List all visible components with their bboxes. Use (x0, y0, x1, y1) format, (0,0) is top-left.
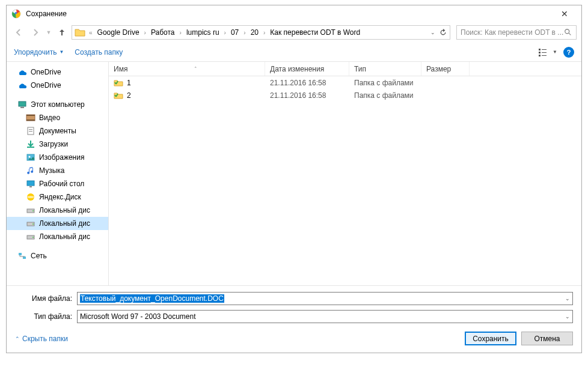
forward-button[interactable] (28, 25, 43, 40)
pics-icon (26, 153, 35, 162)
hide-folders-toggle[interactable]: ⌃Скрыть папки (15, 335, 68, 343)
navigation-tree[interactable]: OneDriveOneDriveЭтот компьютерВидеоДокум… (7, 62, 109, 285)
net-icon (17, 251, 27, 261)
filetype-dropdown-icon[interactable]: ⌄ (565, 314, 570, 320)
onedrive-icon (17, 67, 27, 77)
tree-item[interactable]: Изображения (7, 151, 108, 164)
tree-item[interactable]: Локальный дис (7, 230, 108, 243)
tree-item-label: Сеть (31, 252, 47, 260)
folder-icon (114, 91, 123, 100)
file-row[interactable]: 121.11.2016 16:58Папка с файлами (109, 76, 581, 89)
view-mode-button[interactable]: ▼ (538, 47, 557, 57)
svg-point-27 (32, 223, 34, 225)
tree-item[interactable]: Рабочий стол (7, 177, 108, 190)
tree-item[interactable]: Документы (7, 124, 108, 138)
col-type[interactable]: Тип (349, 62, 421, 76)
tree-item[interactable]: Яндекс.Диск (7, 190, 108, 204)
tree-item-label: Рабочий стол (39, 180, 84, 188)
filename-label: Имя файла: (15, 294, 72, 303)
folder-icon (114, 78, 123, 88)
svg-rect-15 (29, 129, 32, 130)
svg-rect-16 (29, 131, 32, 132)
organize-menu[interactable]: Упорядочить▼ (14, 48, 64, 56)
video-icon (26, 113, 35, 123)
svg-rect-17 (27, 147, 34, 148)
filetype-label: Тип файла: (15, 312, 72, 321)
hdd-icon (26, 219, 35, 228)
tree-item[interactable]: Музыка (7, 164, 108, 177)
back-button[interactable] (11, 25, 26, 40)
svg-rect-31 (23, 256, 26, 259)
breadcrumb-prefix: « (88, 29, 94, 36)
svg-rect-6 (542, 49, 547, 50)
app-icon (11, 9, 21, 19)
svg-rect-3 (539, 49, 541, 50)
close-button[interactable]: ✕ (553, 5, 577, 22)
desk-icon (26, 179, 35, 189)
ydisk-icon (26, 192, 35, 202)
col-size[interactable]: Размер (421, 62, 470, 76)
hdd-icon (26, 205, 35, 215)
docs-icon (26, 126, 35, 136)
crumb-20[interactable]: 20 (248, 27, 261, 38)
column-headers[interactable]: Имя˄ Дата изменения Тип Размер (109, 62, 581, 76)
filetype-select[interactable]: Microsoft Word 97 - 2003 Document ⌄ (77, 310, 573, 323)
filename-dropdown-icon[interactable]: ⌄ (565, 296, 570, 302)
tree-item-label: Музыка (39, 166, 64, 175)
svg-point-2 (565, 29, 569, 34)
cancel-button[interactable]: Отмена (521, 332, 573, 345)
tree-item-label: Локальный дис (39, 219, 90, 228)
search-placeholder: Поиск: Как перевести ODT в ... (461, 28, 563, 37)
col-date[interactable]: Дата изменения (265, 62, 349, 76)
col-name[interactable]: Имя (114, 65, 127, 73)
tree-item[interactable]: OneDrive (7, 65, 108, 79)
crumb-lumpics[interactable]: lumpics ru (184, 27, 222, 38)
tree-item[interactable]: Загрузки (7, 138, 108, 151)
path-dropdown-icon[interactable]: ⌄ (430, 29, 435, 35)
filename-input[interactable]: Текстовый_документ_OpenDocument.DOC ⌄ (77, 292, 573, 305)
tree-item-label: Видео (39, 114, 60, 122)
crumb-work[interactable]: Работа (149, 27, 177, 38)
svg-rect-20 (27, 181, 34, 186)
down-icon (26, 139, 35, 149)
tree-item-label: Загрузки (39, 140, 68, 148)
crumb-07[interactable]: 07 (228, 27, 241, 38)
tree-item[interactable]: Локальный дис (7, 217, 108, 230)
tree-item-label: Яндекс.Диск (39, 193, 81, 201)
tree-item[interactable]: Видео (7, 111, 108, 124)
tree-item-label: Этот компьютер (31, 100, 85, 109)
svg-rect-9 (19, 102, 26, 106)
folder-icon (75, 27, 85, 38)
music-icon (26, 166, 35, 175)
new-folder-button[interactable]: Создать папку (75, 48, 123, 56)
up-button[interactable] (55, 25, 69, 40)
tree-item-label: Документы (39, 127, 76, 135)
save-button[interactable]: Сохранить (465, 332, 516, 345)
file-row[interactable]: 221.11.2016 16:58Папка с файлами (109, 89, 581, 102)
tree-item-label: Локальный дис (39, 232, 90, 241)
svg-point-29 (32, 237, 34, 238)
crumb-google-drive[interactable]: Google Drive (95, 27, 142, 38)
svg-rect-13 (26, 120, 35, 121)
breadcrumb-bar[interactable]: « Google Drive› Работа› lumpics ru› 07› … (72, 25, 450, 40)
tree-item-label: OneDrive (31, 68, 61, 76)
tree-item[interactable]: Сеть (7, 249, 108, 262)
search-input[interactable]: Поиск: Как перевести ODT в ... (456, 25, 577, 40)
tree-item[interactable]: OneDrive (7, 79, 108, 92)
help-button[interactable]: ? (563, 47, 574, 58)
tree-item-label: Изображения (39, 153, 84, 162)
svg-rect-21 (29, 186, 32, 187)
dialog-title: Сохранение (26, 10, 553, 18)
tree-item-label: OneDrive (31, 81, 61, 89)
crumb-current[interactable]: Как перевести ODT в Word (268, 27, 363, 38)
sort-indicator-icon: ˄ (194, 66, 197, 72)
hdd-icon (26, 232, 35, 241)
svg-rect-5 (539, 55, 541, 56)
tree-item-label: Локальный дис (39, 206, 90, 214)
svg-rect-4 (539, 52, 541, 53)
file-list[interactable]: 121.11.2016 16:58Папка с файлами221.11.2… (109, 76, 581, 285)
refresh-button[interactable] (439, 28, 447, 37)
tree-item[interactable]: Локальный дис (7, 204, 108, 217)
recent-dropdown[interactable]: ▼ (45, 25, 52, 40)
tree-item[interactable]: Этот компьютер (7, 98, 108, 111)
